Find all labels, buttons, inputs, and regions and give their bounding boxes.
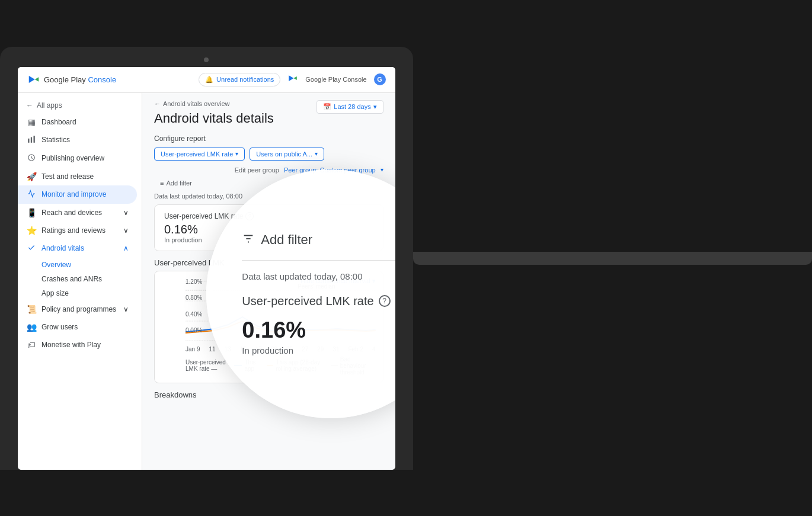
sidebar-item-label: Dashboard [41,118,76,126]
sidebar-item-label: Monitor and improve [41,190,106,198]
sidebar-item-label: Android vitals [41,244,84,252]
sidebar-item-label: Statistics [41,136,70,144]
metric-filter-chip[interactable]: User-perceived LMK rate ▾ [154,148,245,161]
filter-chip-label: Users on public A... [256,150,312,158]
overlay-sub: In production [242,345,293,355]
users-filter-chip[interactable]: Users on public A... ▾ [250,148,324,161]
statistics-icon [26,135,37,145]
main-content: ← Android vitals overview Android vitals… [142,93,395,470]
policy-icon: 📜 [26,305,37,314]
overlay-metric-name-text: User-perceived LMK rate [242,294,373,308]
overlay-help-icon[interactable]: ? [379,295,391,307]
svg-rect-2 [34,136,35,143]
chevron-down-icon: ∨ [123,226,129,235]
play-logo-small-icon [287,73,298,86]
sidebar-item-statistics[interactable]: Statistics [18,131,137,149]
monetise-icon: 🏷 [26,340,37,350]
configure-section: Configure report User-perceived LMK rate… [154,134,383,161]
notifications-button[interactable]: 🔔 Unread notifications [199,73,280,86]
grow-users-icon: 👥 [26,322,37,332]
top-right-controls: 📅 Last 28 days ▾ [317,100,383,114]
chevron-down-icon: ▾ [315,150,318,157]
ratings-icon: ⭐ [26,226,37,235]
sidebar-back-button[interactable]: ← All apps [18,98,142,113]
play-logo-icon [27,73,40,86]
filter-chip-label: User-perceived LMK rate [161,150,233,158]
filter-icon: ≡ [160,180,164,187]
sidebar-item-label: Monetise with Play [41,341,101,349]
console-label: Google Play Console [305,76,366,83]
sidebar-sub-crashes[interactable]: Crashes and ANRs [18,272,142,286]
back-arrow-icon: ← [26,101,33,110]
overlay-value: 0.16% [242,318,306,343]
overlay-add-filter-text: Add filter [261,232,312,248]
sidebar-back-label: All apps [37,101,62,110]
sidebar-sub-label: Overview [41,261,71,269]
notifications-label: Unread notifications [216,76,274,83]
laptop-base [413,252,812,265]
date-button-label: Last 28 days [334,103,370,110]
overlay-add-filter-row: Add filter [242,232,395,248]
monitor-icon [26,190,37,200]
test-release-icon: 🚀 [26,172,37,181]
publishing-icon [26,153,37,164]
sidebar-item-grow-users[interactable]: 👥 Grow users [18,318,137,336]
edit-peer-group-link[interactable]: Edit peer group [235,166,279,174]
dashboard-icon: ▦ [26,117,37,127]
breadcrumb-label: Android vitals overview [163,100,230,107]
sidebar-item-publishing[interactable]: Publishing overview [18,149,137,168]
header-right: 🔔 Unread notifications Google Play Conso… [199,73,386,86]
svg-rect-1 [31,137,32,142]
filter-row: User-perceived LMK rate ▾ Users on publi… [154,148,383,161]
sidebar-item-monetise[interactable]: 🏷 Monetise with Play [18,336,137,354]
overlay-filter-icon [242,232,255,248]
legend-item-label: User-perceived LMK rate — [186,356,227,376]
logo-text: Google Play Console [44,75,116,84]
breadcrumb-arrow-icon: ← [154,100,161,107]
chevron-down-icon: ∨ [123,305,129,313]
app-header: Google Play Console 🔔 Unread notificatio… [18,67,395,93]
chevron-down-icon: ∨ [123,209,129,217]
sidebar-sub-label: App size [41,289,69,297]
sidebar-item-label: Policy and programmes [41,305,116,313]
configure-label: Configure report [154,134,383,143]
svg-rect-0 [28,138,29,142]
calendar-icon: 📅 [323,103,331,111]
chevron-down-icon: ▾ [235,150,238,157]
app-body: ← All apps ▦ Dashboard Statistics [18,93,395,470]
sidebar-item-label: Test and release [41,172,94,181]
bell-icon: 🔔 [205,76,213,84]
sidebar: ← All apps ▦ Dashboard Statistics [18,93,142,470]
sidebar-item-label: Publishing overview [41,154,104,162]
sidebar-item-label: Grow users [41,323,78,331]
date-range-button[interactable]: 📅 Last 28 days ▾ [317,100,383,114]
sidebar-item-ratings[interactable]: ⭐ Ratings and reviews ∨ [18,222,137,239]
sidebar-sub-label: Crashes and ANRs [41,275,102,283]
chevron-up-icon: ∧ [123,244,129,252]
sidebar-item-test-release[interactable]: 🚀 Test and release [18,168,137,185]
sidebar-item-label: Reach and devices [41,209,102,217]
chevron-down-icon: ▾ [373,103,377,111]
sidebar-item-policy[interactable]: 📜 Policy and programmes ∨ [18,300,137,318]
overlay-data-updated: Data last updated today, 08:00 [242,271,362,281]
android-vitals-icon [26,243,37,254]
chevron-down-icon: ▾ [381,166,383,173]
y-axis: 1.20% 0.80% 0.40% 0.00% [186,278,202,334]
reach-icon: 📱 [26,208,37,217]
legend-label-text: User-perceived LMK rate — [186,359,227,372]
sidebar-sub-overview[interactable]: Overview [18,258,142,272]
sidebar-item-reach[interactable]: 📱 Reach and devices ∨ [18,204,137,222]
add-filter-button[interactable]: ≡ Add filter [154,177,198,189]
overlay-metric-name: User-perceived LMK rate ? [242,294,390,308]
add-filter-label: Add filter [166,180,191,187]
logo-area: Google Play Console [27,73,116,86]
sidebar-item-android-vitals[interactable]: Android vitals ∧ [18,239,137,258]
sidebar-item-dashboard[interactable]: ▦ Dashboard [18,113,137,131]
sidebar-item-monitor[interactable]: Monitor and improve [18,185,137,204]
google-g-icon: G [374,73,386,85]
sidebar-item-label: Ratings and reviews [41,226,106,235]
overlay-divider [242,260,395,261]
sidebar-sub-app-size[interactable]: App size [18,286,142,300]
